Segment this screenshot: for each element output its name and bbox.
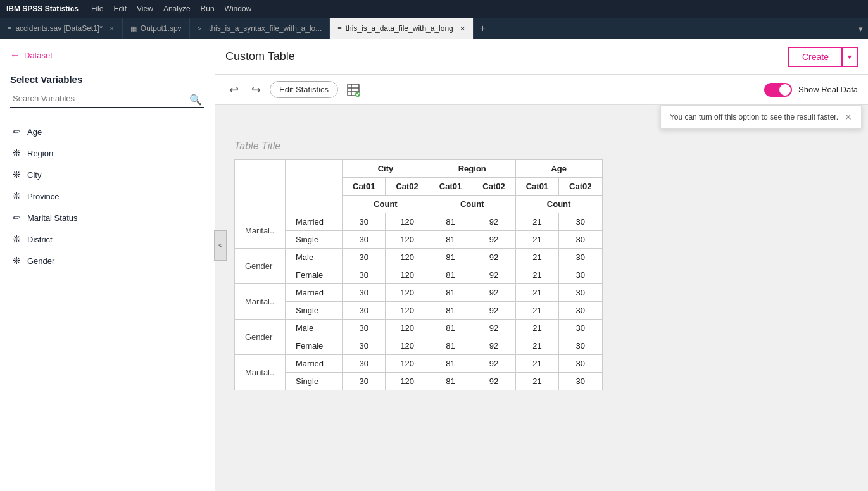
variable-province-label: Province [27, 192, 60, 201]
table-cell: 21 [515, 373, 558, 390]
menu-bar: IBM SPSS Statistics File Edit View Analy… [0, 0, 868, 18]
search-box: 🔍 [10, 90, 204, 108]
table-cell: 120 [386, 284, 429, 302]
table-cell: 21 [515, 284, 558, 302]
variable-district-label: District [27, 235, 53, 244]
sidebar-header: ← Dataset [0, 39, 215, 66]
menu-window[interactable]: Window [225, 4, 252, 13]
table-row: Marital..Married3012081922130 [235, 213, 603, 231]
row-sub-label: Single [286, 302, 343, 320]
tab-dataset-close[interactable]: ✕ [109, 25, 115, 33]
variable-city[interactable]: ❊ City [0, 164, 215, 185]
table-cell: 21 [515, 302, 558, 320]
tab-dataset-label: accidents.sav [DataSet1]* [15, 24, 102, 33]
table-area[interactable]: You can turn off this option to see the … [215, 105, 868, 491]
table-cell: 30 [343, 373, 386, 390]
cluster-icon: ❊ [13, 147, 21, 159]
content-area: Custom Table Create ▾ ↩ ↪ Edit Statistic… [215, 39, 868, 491]
create-dropdown-button[interactable]: ▾ [843, 47, 858, 67]
variable-marital-label: Marital Status [27, 213, 77, 223]
table-cell: 30 [559, 231, 602, 249]
count-region: Count [429, 196, 515, 213]
table-cell: 120 [386, 355, 429, 373]
subcol-city-cat01: Cat01 [343, 178, 386, 196]
search-input[interactable] [10, 90, 204, 108]
subcol-age-cat01: Cat01 [515, 178, 558, 196]
back-arrow-icon: ← [10, 49, 20, 61]
variable-province[interactable]: ❊ Province [0, 185, 215, 207]
table-cell: 120 [386, 373, 429, 390]
table-row: Marital..Married3012081922130 [235, 284, 603, 302]
table-row: Single3012081922130 [235, 231, 603, 249]
row-group-label: Marital.. [235, 213, 286, 249]
redo-button[interactable]: ↪ [248, 80, 265, 99]
row-sub-label: Married [286, 284, 343, 302]
table-cell: 30 [343, 213, 386, 231]
table-icon-button[interactable] [343, 80, 363, 100]
variable-gender[interactable]: ❊ Gender [0, 250, 215, 271]
table-cell: 21 [515, 266, 558, 284]
toggle-label: Show Real Data [798, 85, 858, 94]
table-cell: 120 [386, 213, 429, 231]
col-group-age: Age [515, 160, 602, 178]
table-cell: 30 [559, 266, 602, 284]
table-row: Single3012081922130 [235, 302, 603, 320]
menu-edit[interactable]: Edit [113, 4, 127, 13]
col-group-region: Region [429, 160, 515, 178]
tab-add-button[interactable]: + [474, 18, 492, 39]
row-sub-label: Married [286, 213, 343, 231]
toolbar-right: Show Real Data [764, 83, 858, 97]
undo-icon: ↩ [229, 83, 239, 97]
pencil-icon: ✏ [13, 126, 21, 137]
page-title: Custom Table [225, 50, 295, 63]
tab-overflow-button[interactable]: ▾ [853, 18, 868, 39]
menu-view[interactable]: View [137, 4, 153, 13]
row-sub-label: Female [286, 266, 343, 284]
tab-data-close[interactable]: ✕ [460, 25, 465, 33]
tab-data-label: this_is_a_data_file_with_a_long [346, 24, 453, 33]
search-icon[interactable]: 🔍 [189, 93, 202, 105]
app-name: IBM SPSS Statistics [6, 4, 79, 13]
tab-data-icon: ≡ [337, 25, 341, 32]
subcol-age-cat02: Cat02 [559, 178, 602, 196]
sidebar-title: Select Variables [0, 66, 215, 90]
tab-output[interactable]: ▦ Output1.spv [123, 18, 190, 39]
tooltip-close-button[interactable]: ✕ [845, 112, 852, 122]
subcol-region-cat02: Cat02 [472, 178, 515, 196]
data-table: City Region Age Cat01 Cat02 Cat01 Cat02 … [234, 159, 603, 390]
table-cell: 21 [515, 231, 558, 249]
table-cell: 92 [472, 302, 515, 320]
variable-district[interactable]: ❊ District [0, 228, 215, 250]
table-cell: 81 [429, 302, 472, 320]
content-header: Custom Table Create ▾ [215, 39, 868, 75]
show-real-data-toggle[interactable] [764, 83, 792, 97]
table-row: Single3012081922130 [235, 373, 603, 390]
table-cell: 81 [429, 213, 472, 231]
table-row: Marital..Married3012081922130 [235, 355, 603, 373]
tab-dataset[interactable]: ≡ accidents.sav [DataSet1]* ✕ [0, 18, 123, 39]
menu-file[interactable]: File [91, 4, 103, 13]
count-age: Count [515, 196, 602, 213]
tab-syntax[interactable]: >_ this_is_a_syntax_file_with_a_lo... [190, 18, 330, 39]
variable-marital-status[interactable]: ✏ Marital Status [0, 207, 215, 228]
variable-region[interactable]: ❊ Region [0, 142, 215, 164]
variable-age[interactable]: ✏ Age [0, 121, 215, 142]
menu-analyze[interactable]: Analyze [163, 4, 191, 13]
row-group-label: Gender [235, 249, 286, 284]
table-cell: 30 [559, 373, 602, 390]
row-sub-label: Male [286, 320, 343, 337]
undo-button[interactable]: ↩ [225, 80, 242, 99]
tab-data[interactable]: ≡ this_is_a_data_file_with_a_long ✕ [330, 18, 474, 39]
table-cell: 21 [515, 355, 558, 373]
collapse-sidebar-button[interactable]: < [214, 230, 227, 261]
table-cell: 30 [343, 249, 386, 266]
table-cell: 30 [343, 231, 386, 249]
back-button[interactable]: ← Dataset [10, 49, 204, 61]
table-cell: 30 [343, 302, 386, 320]
col-group-city: City [343, 160, 429, 178]
count-city: Count [343, 196, 429, 213]
menu-run[interactable]: Run [201, 4, 215, 13]
create-button[interactable]: Create [788, 47, 843, 67]
edit-statistics-button[interactable]: Edit Statistics [270, 81, 338, 98]
table-cell: 81 [429, 355, 472, 373]
